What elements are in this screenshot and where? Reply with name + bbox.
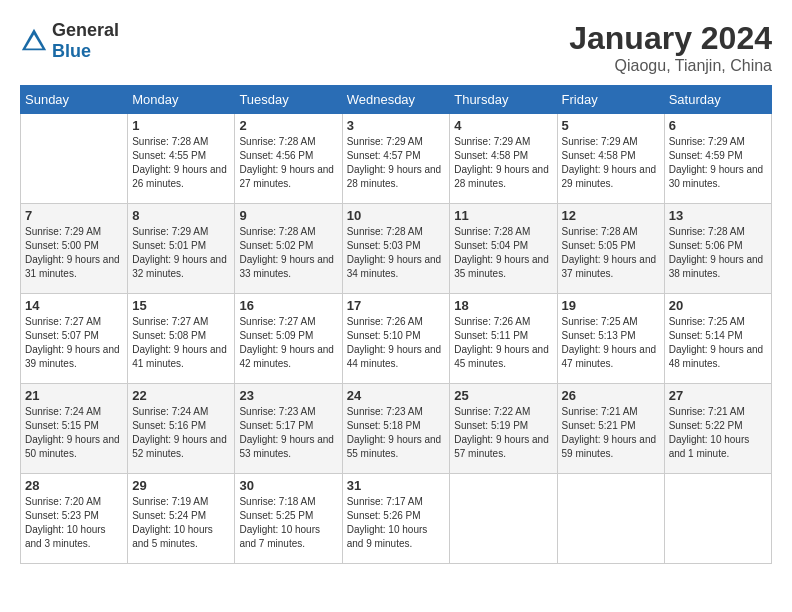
sunrise-label: Sunrise: 7:26 AM — [454, 316, 530, 327]
sunset-label: Sunset: 5:02 PM — [239, 240, 313, 251]
day-number: 2 — [239, 118, 337, 133]
day-number: 25 — [454, 388, 552, 403]
day-number: 6 — [669, 118, 767, 133]
day-info: Sunrise: 7:21 AMSunset: 5:22 PMDaylight:… — [669, 405, 767, 461]
calendar-cell: 2Sunrise: 7:28 AMSunset: 4:56 PMDaylight… — [235, 114, 342, 204]
calendar-cell: 20Sunrise: 7:25 AMSunset: 5:14 PMDayligh… — [664, 294, 771, 384]
daylight-label: Daylight: 9 hours and 39 minutes. — [25, 344, 120, 369]
sunset-label: Sunset: 5:03 PM — [347, 240, 421, 251]
calendar-week-row: 28Sunrise: 7:20 AMSunset: 5:23 PMDayligh… — [21, 474, 772, 564]
day-of-week-header: Friday — [557, 86, 664, 114]
day-info: Sunrise: 7:29 AMSunset: 4:59 PMDaylight:… — [669, 135, 767, 191]
daylight-label: Daylight: 10 hours and 3 minutes. — [25, 524, 106, 549]
calendar-cell: 18Sunrise: 7:26 AMSunset: 5:11 PMDayligh… — [450, 294, 557, 384]
sunrise-label: Sunrise: 7:29 AM — [25, 226, 101, 237]
sunrise-label: Sunrise: 7:28 AM — [132, 136, 208, 147]
sunrise-label: Sunrise: 7:22 AM — [454, 406, 530, 417]
sunset-label: Sunset: 5:05 PM — [562, 240, 636, 251]
sunset-label: Sunset: 5:15 PM — [25, 420, 99, 431]
sunrise-label: Sunrise: 7:19 AM — [132, 496, 208, 507]
sunset-label: Sunset: 5:23 PM — [25, 510, 99, 521]
day-info: Sunrise: 7:26 AMSunset: 5:10 PMDaylight:… — [347, 315, 446, 371]
sunset-label: Sunset: 5:25 PM — [239, 510, 313, 521]
calendar-cell: 21Sunrise: 7:24 AMSunset: 5:15 PMDayligh… — [21, 384, 128, 474]
calendar-table: SundayMondayTuesdayWednesdayThursdayFrid… — [20, 85, 772, 564]
sunset-label: Sunset: 5:17 PM — [239, 420, 313, 431]
day-info: Sunrise: 7:24 AMSunset: 5:15 PMDaylight:… — [25, 405, 123, 461]
calendar-cell: 17Sunrise: 7:26 AMSunset: 5:10 PMDayligh… — [342, 294, 450, 384]
logo-general: General — [52, 20, 119, 40]
day-number: 23 — [239, 388, 337, 403]
sunrise-label: Sunrise: 7:27 AM — [239, 316, 315, 327]
daylight-label: Daylight: 9 hours and 38 minutes. — [669, 254, 764, 279]
sunset-label: Sunset: 4:57 PM — [347, 150, 421, 161]
location-title: Qiaogu, Tianjin, China — [569, 57, 772, 75]
calendar-cell: 25Sunrise: 7:22 AMSunset: 5:19 PMDayligh… — [450, 384, 557, 474]
sunrise-label: Sunrise: 7:28 AM — [562, 226, 638, 237]
calendar-cell: 12Sunrise: 7:28 AMSunset: 5:05 PMDayligh… — [557, 204, 664, 294]
day-info: Sunrise: 7:29 AMSunset: 5:01 PMDaylight:… — [132, 225, 230, 281]
calendar-cell: 7Sunrise: 7:29 AMSunset: 5:00 PMDaylight… — [21, 204, 128, 294]
sunset-label: Sunset: 5:13 PM — [562, 330, 636, 341]
day-info: Sunrise: 7:29 AMSunset: 4:58 PMDaylight:… — [454, 135, 552, 191]
calendar-cell: 8Sunrise: 7:29 AMSunset: 5:01 PMDaylight… — [128, 204, 235, 294]
calendar-header-row: SundayMondayTuesdayWednesdayThursdayFrid… — [21, 86, 772, 114]
sunrise-label: Sunrise: 7:28 AM — [239, 226, 315, 237]
sunrise-label: Sunrise: 7:29 AM — [454, 136, 530, 147]
sunrise-label: Sunrise: 7:23 AM — [347, 406, 423, 417]
daylight-label: Daylight: 9 hours and 41 minutes. — [132, 344, 227, 369]
sunrise-label: Sunrise: 7:29 AM — [132, 226, 208, 237]
calendar-week-row: 7Sunrise: 7:29 AMSunset: 5:00 PMDaylight… — [21, 204, 772, 294]
day-info: Sunrise: 7:29 AMSunset: 4:57 PMDaylight:… — [347, 135, 446, 191]
daylight-label: Daylight: 9 hours and 55 minutes. — [347, 434, 442, 459]
daylight-label: Daylight: 9 hours and 29 minutes. — [562, 164, 657, 189]
sunset-label: Sunset: 4:55 PM — [132, 150, 206, 161]
calendar-cell: 29Sunrise: 7:19 AMSunset: 5:24 PMDayligh… — [128, 474, 235, 564]
sunset-label: Sunset: 5:00 PM — [25, 240, 99, 251]
sunset-label: Sunset: 4:56 PM — [239, 150, 313, 161]
calendar-cell: 6Sunrise: 7:29 AMSunset: 4:59 PMDaylight… — [664, 114, 771, 204]
day-number: 5 — [562, 118, 660, 133]
sunset-label: Sunset: 5:06 PM — [669, 240, 743, 251]
sunset-label: Sunset: 5:10 PM — [347, 330, 421, 341]
sunrise-label: Sunrise: 7:27 AM — [25, 316, 101, 327]
sunrise-label: Sunrise: 7:29 AM — [669, 136, 745, 147]
calendar-cell: 13Sunrise: 7:28 AMSunset: 5:06 PMDayligh… — [664, 204, 771, 294]
sunset-label: Sunset: 5:04 PM — [454, 240, 528, 251]
day-number: 17 — [347, 298, 446, 313]
sunset-label: Sunset: 5:26 PM — [347, 510, 421, 521]
daylight-label: Daylight: 9 hours and 52 minutes. — [132, 434, 227, 459]
day-info: Sunrise: 7:29 AMSunset: 5:00 PMDaylight:… — [25, 225, 123, 281]
daylight-label: Daylight: 9 hours and 32 minutes. — [132, 254, 227, 279]
calendar-cell: 27Sunrise: 7:21 AMSunset: 5:22 PMDayligh… — [664, 384, 771, 474]
calendar-cell: 10Sunrise: 7:28 AMSunset: 5:03 PMDayligh… — [342, 204, 450, 294]
daylight-label: Daylight: 9 hours and 31 minutes. — [25, 254, 120, 279]
daylight-label: Daylight: 10 hours and 7 minutes. — [239, 524, 320, 549]
day-info: Sunrise: 7:20 AMSunset: 5:23 PMDaylight:… — [25, 495, 123, 551]
daylight-label: Daylight: 9 hours and 27 minutes. — [239, 164, 334, 189]
calendar-cell: 23Sunrise: 7:23 AMSunset: 5:17 PMDayligh… — [235, 384, 342, 474]
calendar-cell: 16Sunrise: 7:27 AMSunset: 5:09 PMDayligh… — [235, 294, 342, 384]
sunrise-label: Sunrise: 7:18 AM — [239, 496, 315, 507]
logo-icon — [20, 27, 48, 55]
calendar-cell: 31Sunrise: 7:17 AMSunset: 5:26 PMDayligh… — [342, 474, 450, 564]
sunset-label: Sunset: 5:18 PM — [347, 420, 421, 431]
day-number: 12 — [562, 208, 660, 223]
calendar-cell: 3Sunrise: 7:29 AMSunset: 4:57 PMDaylight… — [342, 114, 450, 204]
daylight-label: Daylight: 9 hours and 37 minutes. — [562, 254, 657, 279]
sunrise-label: Sunrise: 7:17 AM — [347, 496, 423, 507]
sunrise-label: Sunrise: 7:21 AM — [669, 406, 745, 417]
calendar-cell: 19Sunrise: 7:25 AMSunset: 5:13 PMDayligh… — [557, 294, 664, 384]
day-number: 27 — [669, 388, 767, 403]
day-info: Sunrise: 7:25 AMSunset: 5:13 PMDaylight:… — [562, 315, 660, 371]
sunrise-label: Sunrise: 7:28 AM — [669, 226, 745, 237]
day-number: 29 — [132, 478, 230, 493]
day-number: 11 — [454, 208, 552, 223]
daylight-label: Daylight: 9 hours and 26 minutes. — [132, 164, 227, 189]
day-number: 26 — [562, 388, 660, 403]
daylight-label: Daylight: 9 hours and 48 minutes. — [669, 344, 764, 369]
calendar-week-row: 21Sunrise: 7:24 AMSunset: 5:15 PMDayligh… — [21, 384, 772, 474]
calendar-cell: 28Sunrise: 7:20 AMSunset: 5:23 PMDayligh… — [21, 474, 128, 564]
sunrise-label: Sunrise: 7:29 AM — [562, 136, 638, 147]
calendar-cell: 14Sunrise: 7:27 AMSunset: 5:07 PMDayligh… — [21, 294, 128, 384]
